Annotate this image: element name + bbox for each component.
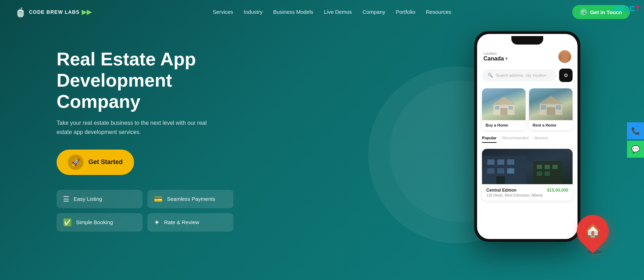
listing-icon: ☰	[63, 195, 69, 203]
simple-booking-label: Simple Booking	[76, 219, 113, 225]
search-placeholder: Search address, city, location	[496, 73, 546, 77]
svg-rect-24	[537, 171, 542, 176]
phone-notch	[511, 36, 543, 45]
phone-screen: Location Canada ▾	[477, 34, 578, 239]
nav-links: Services Industry Business Models Live D…	[213, 9, 451, 15]
rent-home-label: Rent a Home	[529, 120, 573, 130]
side-buttons: 📞 💬	[627, 122, 644, 158]
svg-rect-23	[552, 165, 558, 169]
booking-icon: ✅	[63, 218, 72, 227]
svg-rect-9	[547, 107, 555, 115]
hero-subtitle: Take your real estate business to the ne…	[57, 118, 209, 136]
search-circle-icon: 🔍	[580, 8, 587, 16]
avatar-image	[558, 50, 571, 63]
tab-nearest: Nearest	[534, 136, 548, 143]
phone-search-bar: 🔍 Search address, city, location ⚙	[482, 69, 573, 82]
featured-property-image	[482, 149, 573, 184]
phone-mockup: Location Canada ▾	[474, 31, 580, 242]
svg-rect-14	[487, 159, 494, 165]
svg-rect-21	[537, 165, 542, 169]
whatsapp-icon: 💬	[631, 145, 640, 153]
search-icon: 🔍	[488, 73, 493, 78]
easy-listing-label: Easy Listing	[74, 196, 102, 202]
whatsapp-side-button[interactable]: 💬	[627, 141, 644, 158]
logo-icon: 🍵	[14, 6, 27, 18]
svg-rect-19	[507, 168, 514, 174]
featured-image-inner	[482, 149, 573, 184]
payment-icon: 💳	[154, 195, 163, 203]
filter-icon: ⚙	[564, 72, 568, 78]
map-pin-container: 🏠	[577, 215, 612, 257]
property-tabs: Popular Recommended Nearest	[477, 134, 578, 145]
nav-business-models[interactable]: Business Models	[273, 9, 313, 15]
svg-rect-11	[556, 105, 561, 110]
hero-section: Real Estate App Development Company Take…	[0, 24, 644, 279]
featured-property-card: Central Edmon 118 Street, West Edmonton,…	[482, 149, 573, 201]
navbar: 🍵 CODE BREW LABS ▶▶ Services Industry Bu…	[0, 0, 644, 24]
svg-rect-15	[497, 159, 504, 165]
svg-rect-17	[487, 168, 494, 174]
phone-location-bar: Location Canada ▾	[477, 45, 578, 66]
svg-rect-10	[541, 105, 546, 110]
property-price: $15,00,000	[547, 188, 568, 193]
feature-grid: ☰ Easy Listing 💳 Seamless Payments ✅ Sim…	[57, 190, 233, 232]
map-pin: 🏠	[577, 215, 612, 257]
feature-seamless-payments: 💳 Seamless Payments	[147, 190, 233, 208]
home-pin-icon: 🏠	[585, 223, 601, 238]
svg-rect-26	[496, 176, 505, 184]
property-image-rent	[529, 88, 573, 120]
phone-side-button[interactable]: 📞	[627, 122, 644, 139]
feature-rate-review: ✦ Rate & Review	[147, 213, 233, 232]
phone-frame: Location Canada ▾	[474, 31, 580, 242]
svg-rect-18	[497, 168, 504, 174]
rocket-icon: 🚀	[68, 154, 83, 170]
tab-popular: Popular	[482, 136, 497, 143]
hero-title: Real Estate App Development Company	[57, 49, 240, 112]
svg-rect-25	[545, 171, 550, 176]
svg-rect-16	[507, 159, 514, 165]
location-label: Location	[483, 52, 507, 56]
filter-button-mock: ⚙	[559, 69, 573, 82]
property-image-buy	[482, 88, 526, 120]
property-address: 118 Street, West Edmonton, Alberta	[486, 193, 543, 197]
nav-resources[interactable]: Resources	[426, 9, 451, 15]
svg-text:🍵: 🍵	[15, 7, 27, 18]
buy-home-label: Buy a Home	[482, 120, 526, 130]
seamless-payments-label: Seamless Payments	[167, 196, 215, 202]
svg-rect-22	[545, 165, 550, 169]
search-input-mock: 🔍 Search address, city, location	[482, 69, 556, 81]
featured-property-info: Central Edmon 118 Street, West Edmonton,…	[482, 184, 573, 201]
adscct-badge: ADSCT	[612, 4, 640, 13]
svg-rect-6	[509, 106, 513, 110]
nav-services[interactable]: Services	[213, 9, 233, 15]
pin-body: 🏠	[570, 208, 615, 253]
hero-content: Real Estate App Development Company Take…	[57, 38, 240, 232]
feature-easy-listing: ☰ Easy Listing	[57, 190, 143, 208]
svg-marker-8	[538, 96, 564, 104]
property-card-buy: Buy a Home	[482, 88, 526, 130]
feature-simple-booking: ✅ Simple Booking	[57, 213, 143, 232]
logo[interactable]: 🍵 CODE BREW LABS ▶▶	[14, 6, 92, 18]
avatar	[558, 50, 571, 63]
svg-marker-3	[492, 97, 516, 105]
nav-live-demos[interactable]: Live Demos	[324, 9, 352, 15]
logo-arrow: ▶▶	[82, 8, 92, 16]
review-icon: ✦	[154, 218, 160, 227]
property-card-rent: Rent a Home	[529, 88, 573, 130]
logo-text: CODE BREW LABS	[29, 9, 80, 15]
property-grid: Buy a Home Rent a Home	[477, 85, 578, 134]
location-value: Canada ▾	[483, 56, 507, 62]
tab-recommended: Recommended	[502, 136, 529, 143]
location-chevron: ▾	[505, 56, 507, 61]
svg-rect-4	[500, 108, 507, 115]
phone-icon: 📞	[631, 127, 640, 135]
get-started-button[interactable]: 🚀 Get Started	[57, 150, 134, 175]
nav-portfolio[interactable]: Portfolio	[396, 9, 415, 15]
rate-review-label: Rate & Review	[164, 219, 199, 225]
nav-industry[interactable]: Industry	[244, 9, 262, 15]
nav-company[interactable]: Company	[362, 9, 385, 15]
get-started-label: Get Started	[88, 158, 123, 166]
svg-rect-5	[495, 106, 499, 110]
property-name: Central Edmon	[486, 188, 543, 193]
